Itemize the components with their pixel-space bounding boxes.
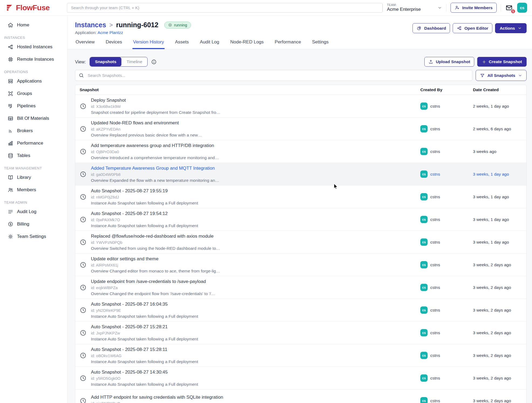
sidebar-item-performance[interactable]: Performance [0, 137, 67, 149]
sidebar-item-home[interactable]: Home [0, 19, 67, 31]
table-row[interactable]: Add HTTP endpoint for saving credentials… [75, 390, 526, 403]
actions-button[interactable]: Actions [495, 23, 527, 33]
dashboard-label: Dashboard [424, 26, 446, 31]
tab-settings[interactable]: Settings [312, 39, 329, 49]
create-snapshot-button[interactable]: Create Snapshot [477, 57, 527, 67]
table-row[interactable]: Auto Snapshot - 2025-08-27 14:30:45 id: … [75, 367, 526, 390]
target-dot-icon [168, 23, 172, 27]
created-by-name: cstns [430, 240, 440, 245]
sidebar-item-billing[interactable]: $ Billing [0, 218, 67, 230]
snapshot-id: id: YWVPzN0PQb [91, 240, 220, 245]
snapshot-title[interactable]: Auto Snapshot - 2025-08-27 19:54:12 [91, 211, 198, 216]
snapshot-id: id: nMGP0jZ6dJ [91, 195, 198, 199]
brand[interactable]: FlowFuse [0, 4, 67, 12]
table-row[interactable]: Auto Snapshot - 2025-08-27 15:28:11 id: … [75, 344, 526, 367]
bar-chart-icon [8, 140, 13, 146]
snapshot-text: Add HTTP endpoint for saving credentials… [91, 395, 223, 403]
breadcrumb-separator: > [109, 22, 113, 29]
snapshot-description: Instance Auto Snapshot taken following a… [91, 223, 198, 228]
user-avatar[interactable]: cs [517, 3, 527, 13]
status-label: running [174, 23, 187, 27]
sidebar-section-team-admin: TEAM ADMIN [0, 200, 67, 204]
sidebar-item-remote-instances[interactable]: Remote Instances [0, 53, 67, 66]
invite-members-button[interactable]: Invite Members [451, 3, 497, 13]
pipeline-bars-icon [8, 103, 13, 109]
snapshot-cell: Add temperature awareness group and HTTP… [80, 143, 420, 160]
sidebar-item-bill-of-materials[interactable]: Bill Of Materials [0, 112, 67, 125]
table-row[interactable]: Deploy Snapshot id: X3o6Bw1k9W Snapshot … [75, 95, 526, 118]
snapshot-description: Overview Changed the endpoint flow from … [91, 291, 215, 296]
tab-assets[interactable]: Assets [175, 39, 189, 49]
global-search-input[interactable] [67, 3, 383, 13]
snapshot-title[interactable]: Added Temperature Awareness Group and MQ… [91, 166, 219, 171]
dashboard-button[interactable]: Dashboard [412, 23, 450, 33]
avatar: cs [420, 216, 428, 223]
snapshot-title[interactable]: Auto Snapshot - 2025-08-27 19:55:19 [91, 188, 198, 194]
sidebar-item-tables[interactable]: Tables [0, 149, 67, 162]
breadcrumb-instances-link[interactable]: Instances [75, 21, 106, 29]
table-row[interactable]: Auto Snapshot - 2025-08-27 15:28:21 id: … [75, 322, 526, 344]
sidebar-item-groups[interactable]: Groups [0, 87, 67, 100]
created-by-cell: cs cstns [420, 329, 473, 336]
sidebar-item-applications[interactable]: Applications [0, 75, 67, 87]
snapshot-cell: Update editor settings and theme id: AlR… [80, 256, 420, 274]
table-row[interactable]: Update endpoint from /save-credentials t… [75, 276, 526, 299]
view-toggle-timeline[interactable]: Timeline [121, 57, 147, 66]
snapshot-title[interactable]: Replaced @flowfuse/node-red-dashboard wi… [91, 234, 220, 239]
tab-node-red-logs[interactable]: Node-RED Logs [230, 39, 264, 49]
tab-version-history[interactable]: Version History [132, 39, 164, 49]
open-editor-button[interactable]: Open Editor [453, 23, 492, 33]
tab-devices[interactable]: Devices [105, 39, 122, 49]
application-label: Application: [75, 30, 97, 35]
snapshot-title[interactable]: Update endpoint from /save-credentials t… [91, 279, 215, 284]
created-by-name: cstns [430, 127, 440, 131]
application-link[interactable]: Acme Plantzz [98, 30, 123, 35]
table-row[interactable]: Update editor settings and theme id: AlR… [75, 254, 526, 276]
team-selector[interactable]: TEAM: Acme Enterprise [387, 3, 442, 12]
sidebar-item-audit-log[interactable]: Audit Log [0, 206, 67, 218]
clock-icon [80, 329, 87, 336]
currency-icon: $ [8, 221, 13, 227]
snapshot-filter-button[interactable]: All Snapshots [476, 70, 527, 81]
tab-performance[interactable]: Performance [274, 39, 301, 49]
snapshot-title[interactable]: Deploy Snapshot [91, 98, 220, 103]
sidebar-item-team-settings[interactable]: Team Settings [0, 230, 67, 243]
table-row[interactable]: Added Temperature Awareness Group and MQ… [75, 163, 526, 186]
table-row[interactable]: Add temperature awareness group and HTTP… [75, 140, 526, 163]
created-by-cell: cs cstns [420, 193, 473, 200]
clock-icon [80, 375, 87, 382]
snapshot-title[interactable]: Add HTTP endpoint for saving credentials… [91, 395, 223, 400]
table-row[interactable]: Auto Snapshot - 2025-08-27 19:54:12 id: … [75, 208, 526, 231]
table-row[interactable]: Auto Snapshot - 2025-08-27 19:55:19 id: … [75, 186, 526, 208]
tab-overview[interactable]: Overview [75, 39, 95, 49]
sidebar-item-pipelines[interactable]: Pipelines [0, 100, 67, 112]
clock-icon [80, 397, 87, 403]
table-row[interactable]: Auto Snapshot - 2025-08-27 16:04:35 id: … [75, 299, 526, 322]
view-toggle-snapshots[interactable]: Snapshots [90, 57, 121, 66]
snapshot-title[interactable]: Auto Snapshot - 2025-08-27 16:04:35 [91, 302, 198, 307]
sidebar-item-brokers[interactable]: Brokers [0, 125, 67, 137]
avatar: cs [420, 170, 428, 178]
snapshot-cell: Auto Snapshot - 2025-08-27 14:30:45 id: … [80, 370, 420, 387]
sidebar-item-members[interactable]: Members [0, 184, 67, 196]
snapshot-title[interactable]: Auto Snapshot - 2025-08-27 15:28:11 [91, 347, 198, 352]
snapshot-text: Added Temperature Awareness Group and MQ… [91, 166, 219, 183]
view-label: View: [75, 59, 86, 64]
tab-audit-log[interactable]: Audit Log [199, 39, 220, 49]
table-row[interactable]: Updated Node-RED flows and environment i… [75, 118, 526, 140]
snapshot-search-input[interactable] [75, 70, 472, 81]
snapshot-title[interactable]: Auto Snapshot - 2025-08-27 15:28:21 [91, 324, 198, 330]
snapshot-title[interactable]: Updated Node-RED flows and environment [91, 120, 202, 126]
snapshot-text: Auto Snapshot - 2025-08-27 19:54:12 id: … [91, 211, 198, 228]
notifications-button[interactable]: 5 [505, 4, 513, 12]
snapshot-title[interactable]: Update editor settings and theme [91, 256, 220, 262]
clock-icon [80, 284, 87, 291]
table-row[interactable]: Replaced @flowfuse/node-red-dashboard wi… [75, 231, 526, 254]
snapshot-title[interactable]: Add temperature awareness group and HTTP… [91, 143, 219, 148]
snapshot-id: id: eojkWlBPZa [91, 286, 215, 290]
sidebar-item-library[interactable]: Library [0, 171, 67, 184]
sidebar-item-hosted-instances[interactable]: Hosted Instances [0, 41, 67, 53]
info-button[interactable] [151, 59, 157, 65]
snapshot-title[interactable]: Auto Snapshot - 2025-08-27 14:30:45 [91, 370, 198, 375]
upload-snapshot-button[interactable]: Upload Snapshot [424, 57, 474, 67]
